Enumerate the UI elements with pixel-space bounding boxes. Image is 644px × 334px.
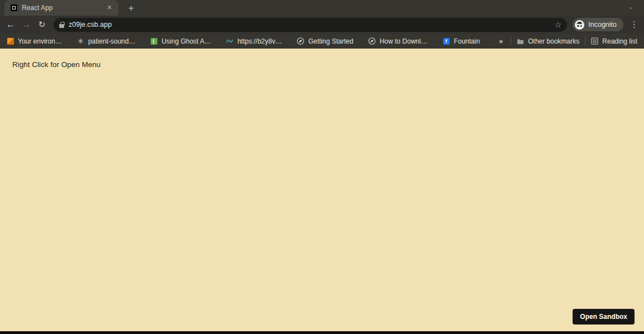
browser-menu-button[interactable]: ⋮ xyxy=(630,20,638,30)
asterisk-icon xyxy=(77,37,84,45)
new-tab-button[interactable]: + xyxy=(126,4,136,13)
bookmark-items: Your environ… patient-sound… Using Ghost… xyxy=(7,37,499,45)
bookmark-fountain[interactable]: f Fountain xyxy=(443,37,480,45)
reload-button[interactable]: ↻ xyxy=(35,17,49,32)
incognito-label: Incognito xyxy=(588,21,617,28)
incognito-icon xyxy=(575,20,584,30)
forward-button[interactable]: → xyxy=(19,17,33,32)
facebook-f-icon: f xyxy=(443,37,450,45)
green-square-icon xyxy=(151,37,158,45)
bookmark-b2y8v[interactable]: https://b2y8v… xyxy=(226,37,282,45)
bookmark-how-to-downl[interactable]: How to Downl… xyxy=(368,37,427,45)
tab-strip: React App × + ⌄ xyxy=(0,0,644,16)
browser-window: React App × + ⌄ ← → ↻ z09je.csb.app ☆ In… xyxy=(0,0,644,334)
window-chevron-down-icon[interactable]: ⌄ xyxy=(628,2,634,11)
folder-icon xyxy=(517,37,524,45)
incognito-badge: Incognito xyxy=(573,18,623,31)
bookmarks-bar-right: » Other bookmarks Reading list xyxy=(499,37,637,45)
bookmark-patient-sound[interactable]: patient-sound… xyxy=(77,37,136,45)
url-text[interactable]: z09je.csb.app xyxy=(69,21,550,28)
globe-icon xyxy=(297,37,304,45)
other-bookmarks-button[interactable]: Other bookmarks xyxy=(517,37,579,45)
codesandbox-favicon-icon xyxy=(11,4,17,11)
reading-list-icon xyxy=(591,37,598,45)
bookmarks-bar: Your environ… patient-sound… Using Ghost… xyxy=(0,34,644,49)
globe-icon xyxy=(368,37,376,45)
bookmarks-overflow-button[interactable]: » xyxy=(499,37,503,45)
bookmark-your-environ[interactable]: Your environ… xyxy=(7,37,62,45)
cube-icon xyxy=(7,37,14,45)
page-content[interactable]: Right Click for Open Menu Open Sandbox xyxy=(0,49,644,331)
bookmark-getting-started[interactable]: Getting Started xyxy=(297,37,353,45)
tab-title: React App xyxy=(22,4,100,12)
back-button[interactable]: ← xyxy=(3,17,18,32)
tab-react-app[interactable]: React App × xyxy=(4,0,118,16)
secure-lock-icon[interactable] xyxy=(59,24,64,28)
open-sandbox-button[interactable]: Open Sandbox xyxy=(573,309,635,325)
bookmark-star-icon[interactable]: ☆ xyxy=(555,20,562,29)
window-bottom-edge xyxy=(0,331,644,334)
reading-list-button[interactable]: Reading list xyxy=(591,37,637,45)
tab-close-icon[interactable]: × xyxy=(105,3,114,12)
divider xyxy=(585,37,585,45)
address-bar[interactable]: z09je.csb.app ☆ xyxy=(54,18,567,32)
wave-icon xyxy=(226,37,233,45)
toolbar: ← → ↻ z09je.csb.app ☆ Incognito ⋮ xyxy=(0,16,644,34)
divider xyxy=(511,37,511,45)
page-message: Right Click for Open Menu xyxy=(12,60,100,69)
bookmark-using-ghost[interactable]: Using Ghost A… xyxy=(151,37,212,45)
